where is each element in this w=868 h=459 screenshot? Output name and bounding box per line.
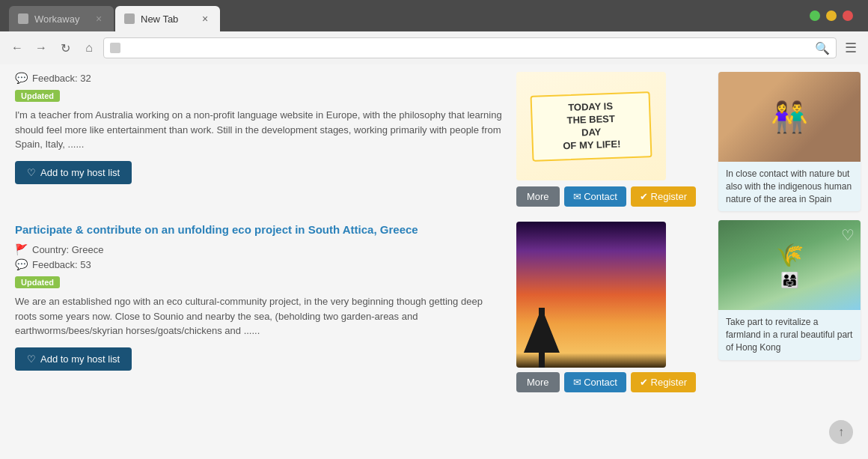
listing-2: Participate & contribute on an unfolding… xyxy=(15,222,696,392)
listing-2-image-col: More ✉ Contact ✔ Register xyxy=(516,222,696,392)
main-content: 💬 Feedback: 32 Updated I'm a teacher fro… xyxy=(0,64,711,459)
refresh-button[interactable]: ↻ xyxy=(55,38,75,58)
sidebar-card-2-image: 🌾 👨‍👩‍👧 xyxy=(718,220,861,310)
listing-2-more-btn[interactable]: More xyxy=(516,372,560,392)
forward-button[interactable]: → xyxy=(31,38,51,58)
listing-1-badge: Updated xyxy=(15,90,60,102)
tab-newtab[interactable]: New Tab × xyxy=(115,6,220,31)
listing-2-title[interactable]: Participate & contribute on an unfolding… xyxy=(15,222,504,237)
traffic-light-green[interactable] xyxy=(810,10,820,21)
listing-2-country: Country: Greece xyxy=(32,244,103,255)
tab-newtab-label: New Tab xyxy=(141,13,178,25)
newtab-tab-icon xyxy=(124,13,135,24)
listing-2-add-host-label: Add to my host list xyxy=(40,353,120,365)
tab-newtab-close[interactable]: × xyxy=(199,13,211,25)
back-button[interactable]: ← xyxy=(7,38,27,58)
listing-1: 💬 Feedback: 32 Updated I'm a teacher fro… xyxy=(15,72,696,207)
listing-2-text: Participate & contribute on an unfolding… xyxy=(15,222,504,392)
sidebar-card-1-text: In close contact with nature but also wi… xyxy=(718,162,861,211)
sidebar-card-1: 👫 In close contact with nature but also … xyxy=(718,72,861,211)
listing-1-image: TODAY ISTHE BESTDAYOF MY LIFE! xyxy=(516,72,666,180)
flag-icon-2: 🚩 xyxy=(15,243,28,255)
listing-2-feedback: Feedback: 53 xyxy=(32,259,91,270)
listing-1-add-host-btn[interactable]: ♡ Add to my host list xyxy=(15,161,132,184)
sidebar-card-2-text: Take part to revitalize a farmland in a … xyxy=(718,310,861,359)
listing-1-feedback-row: 💬 Feedback: 32 xyxy=(15,72,504,84)
listing-1-desc: I'm a teacher from Australia working on … xyxy=(15,108,504,152)
tab-workaway-label: Workaway xyxy=(34,13,79,25)
traffic-light-yellow[interactable] xyxy=(826,10,837,21)
traffic-lights xyxy=(810,10,853,21)
sidebar-card-1-image: 👫 xyxy=(718,72,861,162)
sunset-tree xyxy=(539,308,545,368)
today-sign: TODAY ISTHE BESTDAYOF MY LIFE! xyxy=(530,91,652,161)
search-icon[interactable]: 🔍 xyxy=(815,41,830,55)
nav-bar: ← → ↻ ⌂ 🔍 ☰ xyxy=(0,31,868,64)
scroll-top-button[interactable]: ↑ xyxy=(829,420,853,444)
listing-1-feedback: Feedback: 32 xyxy=(32,73,91,84)
heart-icon-2: ♡ xyxy=(27,353,36,365)
sidebar-card-2-heart[interactable]: ♡ xyxy=(841,226,855,244)
listing-2-feedback-row: 💬 Feedback: 53 xyxy=(15,258,504,270)
sidebar-card-2: 🌾 👨‍👩‍👧 ♡ Take part to revitalize a farm… xyxy=(718,220,861,359)
listing-2-image xyxy=(516,222,666,368)
listing-1-text: 💬 Feedback: 32 Updated I'm a teacher fro… xyxy=(15,72,504,207)
home-button[interactable]: ⌂ xyxy=(79,38,99,58)
feedback-icon-1: 💬 xyxy=(15,72,28,84)
listing-1-action-btns: More ✉ Contact ✔ Register xyxy=(516,186,696,207)
page-icon xyxy=(110,43,120,53)
sidebar: 👫 In close contact with nature but also … xyxy=(711,64,868,459)
listing-2-badge: Updated xyxy=(15,276,60,288)
menu-button[interactable]: ☰ xyxy=(841,38,861,58)
workaway-tab-icon xyxy=(18,13,28,24)
listing-2-country-row: 🚩 Country: Greece xyxy=(15,243,504,255)
listing-1-contact-btn[interactable]: ✉ Contact xyxy=(564,186,626,207)
tab-workaway[interactable]: Workaway × xyxy=(9,6,114,31)
listing-1-more-btn[interactable]: More xyxy=(516,186,560,207)
tab-workaway-close[interactable]: × xyxy=(93,13,105,25)
listing-2-action-btns: More ✉ Contact ✔ Register xyxy=(516,372,696,392)
listing-2-register-btn[interactable]: ✔ Register xyxy=(631,372,696,392)
listing-2-desc: We are an established ngo with an eco cu… xyxy=(15,294,504,338)
listing-2-add-host-btn[interactable]: ♡ Add to my host list xyxy=(15,347,132,371)
address-bar[interactable]: 🔍 xyxy=(103,37,837,58)
traffic-light-red[interactable] xyxy=(843,10,853,21)
heart-icon-1: ♡ xyxy=(27,167,36,178)
listing-2-contact-btn[interactable]: ✉ Contact xyxy=(564,372,626,392)
listing-1-image-col: TODAY ISTHE BESTDAYOF MY LIFE! More ✉ Co… xyxy=(516,72,696,207)
listing-1-register-btn[interactable]: ✔ Register xyxy=(631,186,696,207)
listing-1-add-host-label: Add to my host list xyxy=(40,167,120,178)
page-content: 💬 Feedback: 32 Updated I'm a teacher fro… xyxy=(0,64,868,459)
sidebar-card-2-image-wrapper: 🌾 👨‍👩‍👧 ♡ xyxy=(718,220,861,310)
feedback-icon-2: 💬 xyxy=(15,258,28,270)
